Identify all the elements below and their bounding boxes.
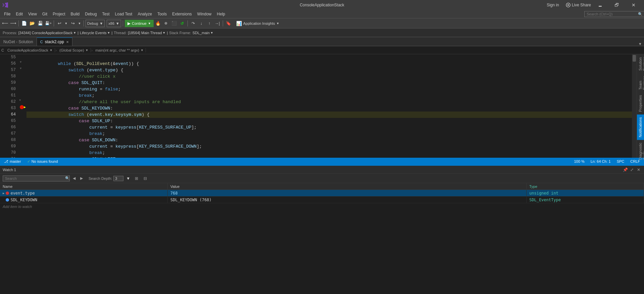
code-editor[interactable]: 55 56 57 58 59 60 61 62 63 64 65 66 67 6…	[0, 54, 637, 158]
continue-arrow: ▼	[148, 22, 151, 25]
lifecycle-dropdown[interactable]: Lifecycle Events ▼	[80, 31, 110, 35]
menu-file[interactable]	[11, 4, 16, 6]
breadcrumb-scope-arrow: ▼	[86, 49, 89, 52]
watch-search-input[interactable]	[3, 175, 70, 181]
platform-dropdown[interactable]: x86 ▼	[107, 20, 121, 27]
stop-debug-button[interactable]: ⬛	[170, 20, 178, 27]
watch-row-1[interactable]: ▶ SDL_KEYDOWN SDL_KEYDOWN (768) SDL_Even…	[0, 197, 644, 203]
attach-button[interactable]: ⊕	[162, 20, 170, 27]
vertical-scrollbar[interactable]	[632, 54, 637, 158]
code-content[interactable]: while (SDL_PollEvent(&event)) { switch (…	[25, 54, 632, 158]
team-explorer-tab[interactable]: Team Explorer	[637, 73, 644, 92]
menu-analyze[interactable]: Analyze	[135, 11, 155, 17]
zoom-level[interactable]: 100 %	[573, 159, 586, 163]
watch-value-0: 768	[170, 191, 178, 196]
menu-file[interactable]: File	[1, 11, 13, 17]
menu-window[interactable]: Window	[195, 11, 214, 17]
menu-extensions[interactable]: Extensions	[169, 11, 195, 17]
code-line-62: //where all the user inputs are handled	[26, 99, 632, 105]
solution-explorer-tab[interactable]: Solution Explorer	[637, 54, 644, 73]
debug-bar: Process: [34344] ConsoleApplicationStack…	[0, 28, 644, 37]
menu-project[interactable]: Project	[50, 11, 68, 17]
git-status[interactable]: ⎇ master	[3, 159, 22, 164]
line-col-status[interactable]: Ln: 64 Ch: 1	[589, 159, 612, 163]
search-depth-dropdown[interactable]: ▼	[126, 176, 130, 181]
back-button[interactable]: ⟵	[1, 20, 9, 27]
no-issues-status[interactable]: ✓ No issues found	[26, 159, 59, 164]
menu-loadtest[interactable]: Load Test	[112, 11, 135, 17]
notifications-tab[interactable]: Notifications	[637, 115, 644, 140]
step-out-button[interactable]: ↑	[206, 20, 213, 27]
menu-view[interactable]: View	[25, 11, 40, 17]
redo-button[interactable]: ↪	[69, 20, 76, 27]
watch-toolbar-btn-1[interactable]: ⊞	[133, 175, 140, 182]
watch-close-button[interactable]: ✕	[636, 167, 641, 172]
redo-dropdown[interactable]: ▼	[77, 20, 82, 27]
code-line-70: break;	[26, 150, 632, 156]
add-watch-hint[interactable]: Add item to watch	[0, 203, 644, 210]
watch-next-button[interactable]: ▶	[78, 175, 85, 181]
tab-close-icon[interactable]: ✕	[66, 40, 69, 44]
tab-nuget[interactable]: NuGet - Solution	[0, 38, 37, 46]
search-depth-input[interactable]	[113, 176, 123, 181]
watch-toolbar-btn-2[interactable]: ⊟	[142, 175, 149, 182]
hot-reload-button[interactable]: 🔥	[154, 20, 162, 27]
undo-dropdown[interactable]: ▼	[64, 20, 68, 27]
watch-row-0[interactable]: ▶ event.type 768 unsigned int	[0, 190, 644, 197]
menu-edit[interactable]: Edit	[13, 11, 25, 17]
status-right: 100 % Ln: 64 Ch: 1 SPC CRLF	[573, 159, 642, 163]
diagnostic-tools-tab[interactable]: Diagnostic Tools	[637, 140, 644, 162]
debug-config-dropdown[interactable]: Debug ▼	[86, 20, 105, 27]
bookmark-button[interactable]: 🔖	[225, 20, 232, 27]
app-insights-label: Application Insights	[243, 21, 275, 25]
app-insights-button[interactable]: 📊 Application Insights ▼	[236, 21, 279, 26]
run-to-click-button[interactable]: →|	[214, 20, 221, 27]
new-file-button[interactable]: 📄	[20, 20, 28, 27]
search-input[interactable]	[584, 11, 644, 17]
menu-git[interactable]: Git	[40, 11, 50, 17]
search-depth-label: Search Depth:	[89, 176, 112, 180]
breadcrumb-scope[interactable]: (Global Scope) ▼	[57, 48, 91, 52]
stack-frame-dropdown[interactable]: SDL_main ▼	[193, 31, 213, 35]
vs-logo-icon	[3, 2, 8, 8]
tab-options-button[interactable]: ▼	[636, 42, 644, 46]
title-bar: ConsoleApplicationStack Sign in Live Sha…	[0, 0, 644, 10]
live-share-button[interactable]: Live Share	[566, 3, 591, 7]
menu-test[interactable]: Test	[100, 11, 112, 17]
tab-stack2cpp[interactable]: C stack2.cpp ✕	[37, 38, 72, 46]
code-line-61: break;	[26, 92, 632, 99]
sign-in-button[interactable]: Sign in	[545, 2, 561, 8]
spaces-status[interactable]: SPC	[615, 159, 626, 163]
menu-build[interactable]: Build	[68, 11, 83, 17]
step-into-button[interactable]: ↓	[198, 20, 205, 27]
forward-button[interactable]: ⟶	[9, 20, 17, 27]
restart-button[interactable]: ↺	[178, 20, 186, 27]
watch-prev-button[interactable]: ◀	[71, 175, 77, 181]
thread-dropdown[interactable]: [18564] Main Thread ▼	[128, 31, 165, 35]
watch-controls: 📌 ⤢ ✕	[623, 167, 641, 172]
step-over-button[interactable]: ↷	[190, 20, 197, 27]
breadcrumb-file[interactable]: ConsoleApplicationStack ▼	[5, 48, 55, 52]
stack-frame-value: SDL_main	[193, 31, 210, 35]
menu-help[interactable]: Help	[214, 11, 228, 17]
menu-tools[interactable]: Tools	[155, 11, 169, 17]
restore-button[interactable]: 🗗	[609, 0, 625, 10]
breadcrumb-function[interactable]: main(int argc, char ** argv) ▼	[93, 48, 146, 52]
editor-gutter: ▼ ▼ ▼ ▶	[18, 54, 25, 158]
play-icon: ▶	[127, 21, 130, 26]
continue-button[interactable]: ▶ Continue ▼	[125, 20, 154, 27]
breadcrumb-function-arrow: ▼	[141, 49, 144, 52]
code-line-67: break;	[26, 131, 632, 137]
close-button[interactable]: ✕	[626, 0, 641, 10]
watch-pin-button[interactable]: 📌	[623, 167, 628, 172]
properties-tab[interactable]: Properties	[637, 92, 644, 115]
save-all-button[interactable]: 💾+	[45, 20, 52, 27]
menu-debug[interactable]: Debug	[82, 11, 99, 17]
watch-float-button[interactable]: ⤢	[629, 167, 635, 172]
undo-button[interactable]: ↩	[56, 20, 63, 27]
save-button[interactable]: 💾	[37, 20, 44, 27]
minimize-button[interactable]: 🗕	[592, 0, 608, 10]
code-line-59: case SDL_QUIT:	[26, 80, 632, 86]
process-dropdown[interactable]: [34344] ConsoleApplicationStack ▼	[18, 31, 76, 35]
open-file-button[interactable]: 📂	[29, 20, 36, 27]
